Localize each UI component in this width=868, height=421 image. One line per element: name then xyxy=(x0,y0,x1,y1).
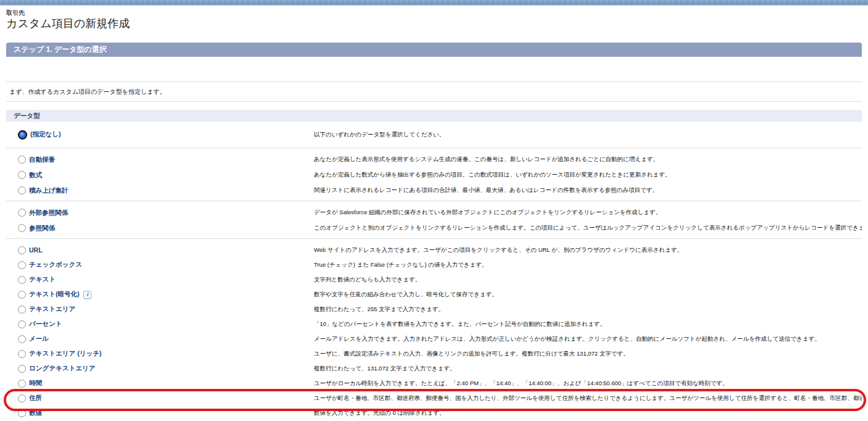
field-type-description: 数値を入力できます。先頭の 0 は削除されます。 xyxy=(314,409,862,417)
radio-button[interactable] xyxy=(18,224,26,232)
field-type-description: あなたが定義した数式から値を抽出する参照のみの項目。この数式項目は、いずれかのソ… xyxy=(314,171,862,179)
field-type-description: Web サイトのアドレスを入力できます。ユーザがこの項目をクリックすると、その … xyxy=(314,246,862,254)
radio-button[interactable] xyxy=(18,156,26,164)
entity-label: 取引先 xyxy=(6,9,868,17)
field-type-label[interactable]: テキスト xyxy=(29,275,56,284)
radio-button[interactable] xyxy=(18,320,26,328)
field-type-row: (指定なし)以下のいずれかのデータ型を選択してください。 xyxy=(6,122,862,148)
field-type-label[interactable]: 自動採番 xyxy=(29,156,55,164)
radio-button[interactable] xyxy=(18,171,26,179)
field-type-description: あなたが定義した表示形式を使用するシステム生成の連番。この番号は、新しいレコード… xyxy=(314,156,862,164)
field-type-row: 参照関係このオブジェクトと別のオブジェクトをリンクするリレーションを作成します。… xyxy=(6,220,862,236)
field-type-label[interactable]: 参照関係 xyxy=(29,224,55,233)
field-type-label[interactable]: テキストエリア (リッチ) xyxy=(29,349,101,358)
field-type-description: 関連リストに表示されるレコードにある項目の合計値、最小値、最大値、あるいはレコー… xyxy=(314,186,862,194)
field-type-description: 複数行にわたって、255 文字まで入力できます。 xyxy=(314,306,862,314)
field-type-label[interactable]: (指定なし) xyxy=(30,130,61,139)
field-type-cell-left: テキスト(暗号化)i xyxy=(6,290,314,299)
field-type-cell-left: 住所 xyxy=(6,394,314,402)
field-type-description: 「10」などのパーセントを表す数値を入力できます。また、パーセント記号が自動的に… xyxy=(314,320,862,328)
radio-button[interactable] xyxy=(18,276,26,284)
field-type-description: ユーザに、書式設定済みテキストの入力、画像とリンクの追加を許可します。複数行に分… xyxy=(314,350,862,358)
radio-button[interactable] xyxy=(18,380,26,388)
field-type-label[interactable]: メール xyxy=(29,335,49,343)
field-type-label[interactable]: URL xyxy=(29,246,43,254)
field-type-label[interactable]: テキストエリア xyxy=(29,305,75,314)
field-type-group: 外部参照関係データが Salesforce 組織の外部に保存されている外部オブジ… xyxy=(6,201,862,239)
field-type-row: チェックボックスTrue (チェック) また False (チェックなし) の値… xyxy=(6,257,862,272)
field-type-description: ユーザが町名・番地、市区郡、都道府県、郵便番号、国を入力したり、外部ツールを使用… xyxy=(314,394,862,402)
radio-button[interactable] xyxy=(18,365,26,373)
radio-button[interactable] xyxy=(18,409,26,417)
page-title: カスタム項目の新規作成 xyxy=(6,17,868,30)
instruction-text: まず、作成するカスタム項目のデータ型を指定します。 xyxy=(6,81,862,102)
field-type-cell-left: 参照関係 xyxy=(6,224,314,233)
field-type-cell-left: 積み上げ集計 xyxy=(6,186,314,195)
radio-button[interactable] xyxy=(18,186,26,194)
page-header: 取引先 カスタム項目の新規作成 xyxy=(0,6,868,30)
field-type-label[interactable]: 外部参照関係 xyxy=(29,209,68,217)
field-type-description: データが Salesforce 組織の外部に保存されている外部オブジェクトにこの… xyxy=(314,209,862,217)
field-type-row: テキストエリア複数行にわたって、255 文字まで入力できます。 xyxy=(6,302,862,317)
field-type-label[interactable]: 住所 xyxy=(29,394,42,402)
field-type-cell-left: URL xyxy=(6,246,314,254)
field-type-row: 数式あなたが定義した数式から値を抽出する参照のみの項目。この数式項目は、いずれか… xyxy=(6,167,862,183)
field-type-cell-left: 外部参照関係 xyxy=(6,209,314,217)
field-type-cell-left: テキストエリア (リッチ) xyxy=(6,349,314,358)
radio-button[interactable] xyxy=(18,130,27,140)
field-type-row: 外部参照関係データが Salesforce 組織の外部に保存されている外部オブジ… xyxy=(6,205,862,220)
field-type-group: (指定なし)以下のいずれかのデータ型を選択してください。 xyxy=(6,122,862,148)
field-type-cell-left: テキストエリア xyxy=(6,305,314,314)
field-type-table: (指定なし)以下のいずれかのデータ型を選択してください。自動採番あなたが定義した… xyxy=(6,122,862,421)
radio-button[interactable] xyxy=(18,394,26,402)
field-type-row: ロングテキストエリア複数行にわたって、131,072 文字まで入力できます。 xyxy=(6,361,862,376)
field-type-label[interactable]: 数式 xyxy=(29,171,42,180)
field-type-description: 数字や文字を任意の組み合わせで入力し、暗号化して保存できます。 xyxy=(314,291,862,299)
radio-button[interactable] xyxy=(18,306,26,314)
radio-button[interactable] xyxy=(18,261,26,269)
field-type-row: 数値数値を入力できます。先頭の 0 は削除されます。 xyxy=(6,406,862,420)
page: 取引先 カスタム項目の新規作成 ステップ 1. データ型の選択 まず、作成するカ… xyxy=(0,0,868,421)
field-type-row: テキスト(暗号化)i数字や文字を任意の組み合わせで入力し、暗号化して保存できます… xyxy=(6,287,862,302)
field-type-label[interactable]: チェックボックス xyxy=(29,261,82,269)
section-header-data-type: データ型 xyxy=(6,110,862,122)
field-type-row: 積み上げ集計関連リストに表示されるレコードにある項目の合計値、最小値、最大値、あ… xyxy=(6,183,862,198)
field-type-cell-left: 数値 xyxy=(6,409,314,417)
radio-button[interactable] xyxy=(18,209,26,217)
radio-button[interactable] xyxy=(18,350,26,358)
field-type-description: True (チェック) また False (チェックなし) の値を入力できます。 xyxy=(314,261,862,269)
field-type-cell-left: (指定なし) xyxy=(6,130,314,140)
field-type-label[interactable]: テキスト(暗号化) xyxy=(29,290,79,299)
field-type-group: URLWeb サイトのアドレスを入力できます。ユーザがこの項目をクリックすると、… xyxy=(6,239,862,421)
field-type-cell-left: 数式 xyxy=(6,171,314,180)
field-type-cell-left: チェックボックス xyxy=(6,261,314,269)
field-type-row: 自動採番あなたが定義した表示形式を使用するシステム生成の連番。この番号は、新しい… xyxy=(6,152,862,167)
field-type-description: 以下のいずれかのデータ型を選択してください。 xyxy=(314,131,862,139)
info-icon[interactable]: i xyxy=(83,291,91,299)
field-type-cell-left: テキスト xyxy=(6,275,314,284)
field-type-label[interactable]: ロングテキストエリア xyxy=(29,364,95,373)
radio-button[interactable] xyxy=(18,246,26,254)
field-type-description: 文字列と数値のどちらも入力できます。 xyxy=(314,276,862,284)
radio-button[interactable] xyxy=(18,335,26,343)
section-gap xyxy=(6,102,862,110)
step-body-spacer xyxy=(6,57,862,81)
field-type-cell-left: メール xyxy=(6,335,314,343)
field-type-label[interactable]: 時間 xyxy=(29,379,42,388)
field-type-row: 時間ユーザがローカル時刻を入力できます。たとえば、「2:40 PM」、「14:4… xyxy=(6,376,862,391)
field-type-description: メールアドレスを入力できます。入力されたアドレスは、入力形式が正しいかどうかが検… xyxy=(314,335,862,343)
radio-button[interactable] xyxy=(18,291,26,299)
field-type-label[interactable]: 積み上げ集計 xyxy=(29,186,69,195)
field-type-cell-left: 自動採番 xyxy=(6,156,314,164)
field-type-row: メールメールアドレスを入力できます。入力されたアドレスは、入力形式が正しいかどう… xyxy=(6,331,862,346)
top-banner-strip xyxy=(0,0,868,6)
field-type-label[interactable]: 数値 xyxy=(29,409,42,417)
step-header: ステップ 1. データ型の選択 xyxy=(6,43,862,57)
field-type-description: 複数行にわたって、131,072 文字まで入力できます。 xyxy=(314,365,862,373)
step-box: ステップ 1. データ型の選択 まず、作成するカスタム項目のデータ型を指定します… xyxy=(6,43,862,421)
field-type-row: パーセント「10」などのパーセントを表す数値を入力できます。また、パーセント記号… xyxy=(6,317,862,331)
field-type-row: URLWeb サイトのアドレスを入力できます。ユーザがこの項目をクリックすると、… xyxy=(6,243,862,257)
field-type-cell-left: 時間 xyxy=(6,379,314,388)
field-type-row: テキスト文字列と数値のどちらも入力できます。 xyxy=(6,272,862,287)
field-type-label[interactable]: パーセント xyxy=(29,320,62,328)
